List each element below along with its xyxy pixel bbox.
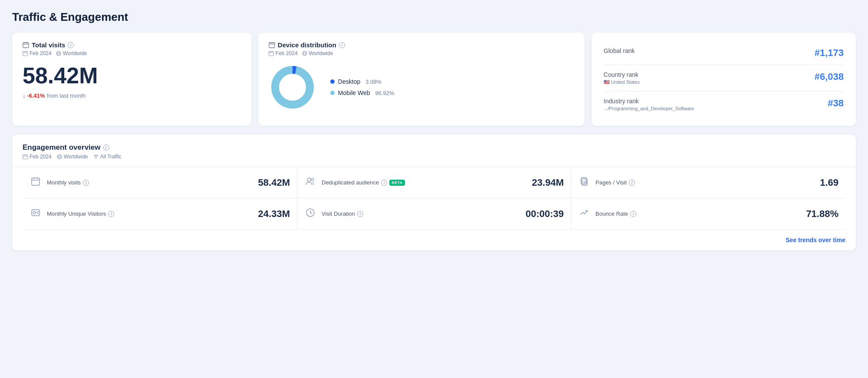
pages-metric-icon <box>578 177 590 188</box>
metric-cell-0: Monthly visitsi58.42M <box>23 167 297 198</box>
industry-rank-label: Industry rank <box>604 98 694 105</box>
svg-rect-34 <box>95 158 96 159</box>
industry-rank-label-group: Industry rank .../Programming_and_Develo… <box>604 98 694 111</box>
person-card-metric-icon <box>30 208 42 220</box>
change-from-label: from last month <box>47 92 86 99</box>
metric-cell-2: Pages / Visiti1.69 <box>571 167 845 198</box>
device-header: Device distribution i <box>269 41 574 49</box>
users-metric-icon <box>304 177 316 188</box>
global-rank-label: Global rank <box>604 47 635 54</box>
metric-label-5: Bounce Ratei <box>595 210 801 217</box>
engagement-traffic: All Traffic <box>93 154 122 160</box>
engagement-title: Engagement overview i <box>23 143 845 152</box>
metric-info-icon-1[interactable]: i <box>381 180 387 186</box>
engagement-date: Feb 2024 <box>23 154 52 160</box>
metric-label-text-0: Monthly visits <box>47 179 81 186</box>
metric-label-4: Visit Durationi <box>322 210 520 217</box>
mobile-pct: 96.92% <box>375 90 395 96</box>
see-trends-row: See trends over time <box>23 230 845 250</box>
device-title: Device distribution <box>278 41 336 49</box>
device-globe-icon <box>302 51 307 56</box>
metric-label-2: Pages / Visiti <box>595 179 815 186</box>
svg-rect-33 <box>95 157 97 158</box>
global-rank-label-group: Global rank <box>604 47 635 54</box>
total-visits-card: Total visits i Feb 2024 Worldwide 58.42M… <box>12 33 251 126</box>
donut-svg <box>269 63 316 111</box>
total-visits-value: 58.42M <box>23 63 241 88</box>
calendar-icon <box>23 42 29 48</box>
metric-label-text-4: Visit Duration <box>322 210 355 217</box>
metric-value-1: 23.94M <box>532 177 564 188</box>
metric-cell-3: Monthly Unique Visitorsi24.33M <box>23 198 297 230</box>
svg-point-46 <box>33 211 36 214</box>
metric-label-0: Monthly visitsi <box>47 179 253 186</box>
desktop-dot <box>330 79 335 84</box>
metric-label-text-2: Pages / Visit <box>595 179 627 186</box>
metric-info-icon-3[interactable]: i <box>108 211 114 217</box>
bounce-metric-icon <box>578 208 590 220</box>
industry-rank-value: #38 <box>828 98 844 109</box>
metric-cell-5: Bounce Ratei71.88% <box>571 198 845 230</box>
device-legend: Desktop 3.08% Mobile Web 96.92% <box>330 78 395 96</box>
metric-value-4: 00:00:39 <box>526 208 564 220</box>
metric-info-icon-5[interactable]: i <box>630 211 636 217</box>
device-content: Desktop 3.08% Mobile Web 96.92% <box>269 63 574 111</box>
engagement-header: Engagement overview i Feb 2024 Worldwide… <box>23 143 845 160</box>
country-rank-label-group: Country rank 🇺🇸 United States <box>604 71 640 85</box>
desktop-pct: 3.08% <box>365 79 381 85</box>
see-trends-link[interactable]: See trends over time <box>786 237 845 243</box>
country-rank-label: Country rank <box>604 71 640 78</box>
eng-cal-icon <box>23 154 28 159</box>
engagement-section: Engagement overview i Feb 2024 Worldwide… <box>12 135 856 250</box>
svg-point-24 <box>279 74 306 100</box>
device-info-icon[interactable]: i <box>339 42 345 48</box>
svg-point-39 <box>307 178 311 181</box>
mobile-label: Mobile Web <box>338 89 370 96</box>
metric-label-text-5: Bounce Rate <box>595 210 628 217</box>
metric-value-0: 58.42M <box>258 177 290 188</box>
total-visits-change: ↓ -6.41% from last month <box>23 92 241 99</box>
total-visits-info-icon[interactable]: i <box>68 42 74 48</box>
global-rank-value: #1,173 <box>815 47 844 59</box>
country-rank-value: #6,038 <box>815 71 844 82</box>
eng-filter-icon <box>93 154 99 159</box>
metric-label-text-3: Monthly Unique Visitors <box>47 210 106 217</box>
svg-rect-4 <box>23 52 28 56</box>
device-calendar-icon <box>269 42 275 48</box>
ranks-card: Global rank #1,173 Country rank 🇺🇸 Unite… <box>592 33 856 126</box>
metric-label-3: Monthly Unique Visitorsi <box>47 210 253 217</box>
total-visits-date: Feb 2024 <box>23 50 52 56</box>
metric-cell-1: Deduplicated audienceiBETA23.94M <box>297 167 571 198</box>
metric-info-icon-2[interactable]: i <box>629 180 635 186</box>
total-visits-meta: Feb 2024 Worldwide <box>23 50 241 56</box>
page-title: Traffic & Engagement <box>12 10 856 24</box>
engagement-region: Worldwide <box>57 154 88 160</box>
svg-rect-11 <box>269 43 275 48</box>
metric-info-icon-4[interactable]: i <box>357 211 363 217</box>
metric-value-5: 71.88% <box>806 208 838 220</box>
metric-value-2: 1.69 <box>820 177 838 188</box>
country-rank-sub: 🇺🇸 United States <box>604 79 640 85</box>
beta-badge: BETA <box>389 180 405 186</box>
mobile-dot <box>330 91 335 95</box>
svg-rect-32 <box>94 155 98 156</box>
engagement-meta: Feb 2024 Worldwide All Traffic <box>23 154 845 160</box>
engagement-info-icon[interactable]: i <box>103 145 109 151</box>
calendar-metric-icon <box>30 177 42 188</box>
industry-rank-row: Industry rank .../Programming_and_Develo… <box>604 92 844 117</box>
svg-rect-15 <box>269 52 273 56</box>
global-rank-row: Global rank #1,173 <box>604 41 844 65</box>
metric-info-icon-0[interactable]: i <box>83 180 89 186</box>
change-pct: ↓ -6.41% <box>23 92 45 99</box>
metric-cell-4: Visit Durationi00:00:39 <box>297 198 571 230</box>
device-date: Feb 2024 <box>269 50 298 56</box>
device-distribution-card: Device distribution i Feb 2024 Worldwide <box>258 33 585 126</box>
svg-point-40 <box>311 178 314 181</box>
meta-calendar-icon <box>23 51 28 56</box>
metric-value-3: 24.33M <box>258 208 290 220</box>
metric-label-text-1: Deduplicated audience <box>322 179 379 186</box>
globe-icon <box>56 51 61 56</box>
total-visits-header: Total visits i <box>23 41 241 49</box>
desktop-label: Desktop <box>338 78 360 85</box>
clock-metric-icon <box>304 208 316 220</box>
